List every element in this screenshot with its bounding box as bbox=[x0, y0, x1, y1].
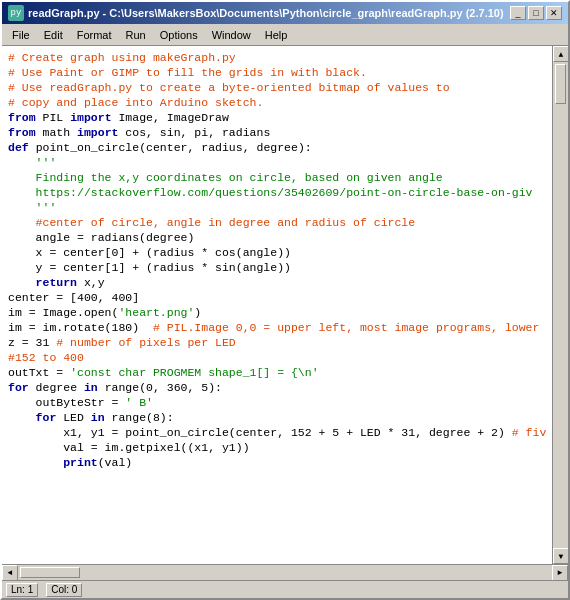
title-bar: py readGraph.py - C:\Users\MakersBox\Doc… bbox=[2, 2, 568, 24]
code-area[interactable]: # Create graph using makeGraph.py# Use P… bbox=[2, 46, 552, 564]
code-content: # Create graph using makeGraph.py# Use P… bbox=[8, 50, 546, 470]
menu-edit[interactable]: Edit bbox=[38, 28, 69, 42]
scroll-up-button[interactable]: ▲ bbox=[553, 46, 568, 62]
bottom-area: ◄ ► Ln: 1 Col: 0 bbox=[2, 564, 568, 598]
editor-area: # Create graph using makeGraph.py# Use P… bbox=[2, 46, 568, 564]
menu-run[interactable]: Run bbox=[120, 28, 152, 42]
main-window: py readGraph.py - C:\Users\MakersBox\Doc… bbox=[0, 0, 570, 600]
scroll-track[interactable] bbox=[553, 62, 568, 548]
menu-file[interactable]: File bbox=[6, 28, 36, 42]
scroll-left-button[interactable]: ◄ bbox=[2, 565, 18, 581]
status-line: Ln: 1 bbox=[6, 583, 38, 597]
menu-bar: File Edit Format Run Options Window Help bbox=[2, 24, 568, 46]
window-title: readGraph.py - C:\Users\MakersBox\Docume… bbox=[28, 7, 504, 19]
menu-help[interactable]: Help bbox=[259, 28, 294, 42]
minimize-button[interactable]: _ bbox=[510, 6, 526, 20]
close-button[interactable]: ✕ bbox=[546, 6, 562, 20]
status-col: Col: 0 bbox=[46, 583, 82, 597]
status-bar: Ln: 1 Col: 0 bbox=[2, 580, 568, 598]
hscroll-thumb[interactable] bbox=[20, 567, 80, 578]
menu-window[interactable]: Window bbox=[206, 28, 257, 42]
menu-options[interactable]: Options bbox=[154, 28, 204, 42]
vertical-scrollbar[interactable]: ▲ ▼ bbox=[552, 46, 568, 564]
scroll-thumb[interactable] bbox=[555, 64, 566, 104]
horizontal-scrollbar[interactable]: ◄ ► bbox=[2, 564, 568, 580]
hscroll-track[interactable] bbox=[18, 565, 552, 580]
scroll-down-button[interactable]: ▼ bbox=[553, 548, 568, 564]
scroll-right-button[interactable]: ► bbox=[552, 565, 568, 581]
menu-format[interactable]: Format bbox=[71, 28, 118, 42]
title-bar-left: py readGraph.py - C:\Users\MakersBox\Doc… bbox=[8, 5, 504, 21]
title-buttons: _ □ ✕ bbox=[510, 6, 562, 20]
maximize-button[interactable]: □ bbox=[528, 6, 544, 20]
app-icon: py bbox=[8, 5, 24, 21]
